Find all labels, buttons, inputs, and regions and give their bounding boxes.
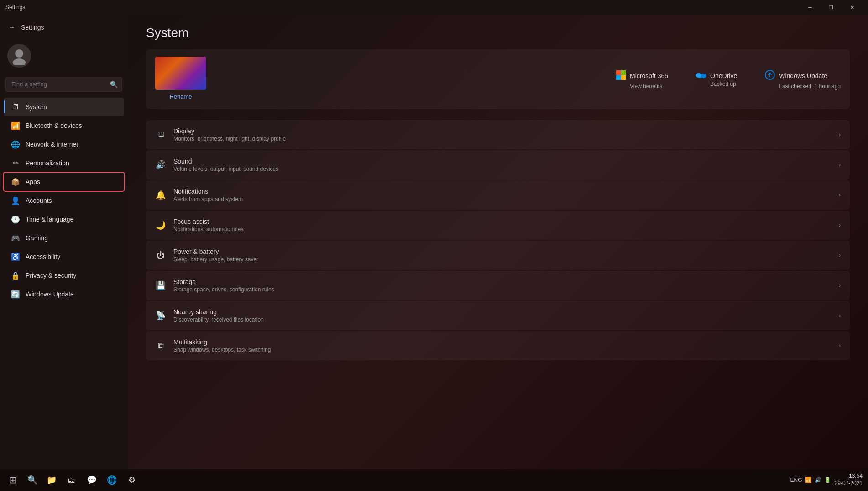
user-profile [0,38,128,73]
chevron-icon-multitasking: › [839,343,841,349]
sidebar-label-system: System [26,103,47,111]
settings-title-sound: Sound [173,158,831,165]
sidebar-item-time[interactable]: 🕐 Time & language [4,210,124,228]
settings-item-nearby[interactable]: 📡 Nearby sharing Discoverability, receiv… [146,301,850,330]
sidebar-item-accessibility[interactable]: ♿ Accessibility [4,248,124,266]
chevron-icon-nearby: › [839,312,841,319]
taskbar-widgets-icon[interactable]: 🗂 [63,471,81,489]
sidebar-item-system[interactable]: 🖥 System [4,98,124,116]
sidebar-item-privacy[interactable]: 🔒 Privacy & security [4,266,124,285]
sidebar-icon-gaming: 🎮 [11,233,20,243]
sidebar-item-accounts[interactable]: 👤 Accounts [4,191,124,210]
page-title: System [146,26,850,40]
settings-icon-sound: 🔊 [155,159,166,170]
info-item-header-onedrive: OneDrive [695,72,737,80]
onedrive-icon [695,72,706,80]
settings-sub-storage: Storage space, drives, configuration rul… [173,286,831,293]
settings-icon-nearby: 📡 [155,310,166,321]
back-button[interactable]: ← [7,22,17,33]
system-info-items: Microsoft 365 View benefits OneDrive Bac… [615,69,841,90]
settings-sub-multitasking: Snap windows, desktops, task switching [173,347,831,353]
settings-title-focus: Focus assist [173,218,831,225]
settings-title-power: Power & battery [173,248,831,255]
clock-date: 29-07-2021 [835,480,863,487]
battery-icon: 🔋 [824,477,831,483]
info-item-sub-winupdate: Last checked: 1 hour ago [779,83,841,90]
settings-title-notifications: Notifications [173,188,831,195]
sidebar-label-bluetooth: Bluetooth & devices [26,122,82,129]
settings-item-multitasking[interactable]: ⧉ Multitasking Snap windows, desktops, t… [146,331,850,360]
info-item-sub-onedrive: Backed up [710,81,737,87]
settings-icon-display: 🖥 [155,129,166,140]
chevron-icon-power: › [839,252,841,259]
taskbar: ⊞ 🔍 📁 🗂 💬 🌐 ⚙ ENG 📶 🔊 🔋 13:54 29-07-2021 [0,469,868,491]
sidebar-icon-update: 🔄 [11,290,20,299]
info-item-header-ms365: Microsoft 365 [615,69,668,82]
titlebar-title: Settings [5,4,800,11]
sidebar-icon-apps: 📦 [11,177,20,186]
sidebar-icon-accessibility: ♿ [11,252,20,261]
sidebar-icon-network: 🌐 [11,140,20,149]
settings-item-sound[interactable]: 🔊 Sound Volume levels, output, input, so… [146,150,850,180]
chevron-icon-notifications: › [839,192,841,198]
settings-title-display: Display [173,127,831,135]
settings-item-focus[interactable]: 🌙 Focus assist Notifications, automatic … [146,211,850,240]
system-card: Rename Microsoft 365 View benefits OneDr… [146,49,850,109]
settings-icon-power: ⏻ [155,250,166,261]
settings-title-storage: Storage [173,278,831,285]
taskbar-right: ENG 📶 🔊 🔋 13:54 29-07-2021 [790,473,863,487]
rename-button[interactable]: Rename [155,91,206,102]
settings-item-display[interactable]: 🖥 Display Monitors, brightness, night li… [146,120,850,149]
taskbar-search-button[interactable]: 🔍 [24,472,41,488]
taskbar-file-explorer-icon[interactable]: 📁 [42,471,61,489]
sidebar-item-update[interactable]: 🔄 Windows Update [4,285,124,303]
sidebar-item-gaming[interactable]: 🎮 Gaming [4,229,124,247]
svg-rect-2 [616,70,621,75]
settings-text-display: Display Monitors, brightness, night ligh… [173,127,831,142]
sidebar-item-bluetooth[interactable]: 📶 Bluetooth & devices [4,116,124,135]
sidebar-item-personalization[interactable]: ✏ Personalization [4,154,124,172]
winupdate-icon [764,69,775,82]
sidebar-label-personalization: Personalization [26,159,69,167]
close-button[interactable]: ✕ [842,0,863,15]
chevron-icon-sound: › [839,162,841,168]
info-item-winupdate: Windows Update Last checked: 1 hour ago [764,69,841,90]
sidebar-icon-personalization: ✏ [11,158,20,168]
taskbar-settings-icon[interactable]: ⚙ [123,471,141,489]
settings-title-multitasking: Multitasking [173,338,831,346]
settings-item-storage[interactable]: 💾 Storage Storage space, drives, configu… [146,271,850,300]
chevron-icon-focus: › [839,222,841,228]
info-item-title-winupdate: Windows Update [779,72,827,79]
wifi-icon: 📶 [805,477,812,483]
svg-rect-5 [621,75,626,80]
start-button[interactable]: ⊞ [5,473,21,487]
restore-button[interactable]: ❐ [821,0,842,15]
taskbar-edge-icon[interactable]: 🌐 [103,471,121,489]
minimize-button[interactable]: ─ [800,0,821,15]
settings-item-power[interactable]: ⏻ Power & battery Sleep, battery usage, … [146,241,850,270]
titlebar-controls: ─ ❐ ✕ [800,0,863,15]
sidebar-header: ← Settings [0,18,128,38]
sidebar-item-apps[interactable]: 📦 Apps [4,173,124,191]
sidebar-label-update: Windows Update [26,290,74,298]
sidebar-icon-accounts: 👤 [11,196,20,205]
settings-text-nearby: Nearby sharing Discoverability, received… [173,308,831,323]
sidebar-label-accounts: Accounts [26,197,52,204]
taskbar-pinned-icons: 📁 🗂 💬 🌐 ⚙ [42,471,141,489]
settings-icon-storage: 💾 [155,280,166,291]
system-tray: ENG 📶 🔊 🔋 [790,477,831,483]
language-indicator: ENG [790,477,802,483]
avatar [7,44,31,68]
main-content: System Rename Microsoft 365 View benefit… [128,15,868,476]
svg-rect-3 [621,70,626,75]
taskbar-teams-icon[interactable]: 💬 [83,471,101,489]
settings-window: ← Settings 🔍 🖥 System 📶 Bluetooth & devi… [0,15,868,476]
settings-sub-focus: Notifications, automatic rules [173,226,831,232]
sidebar-label-apps: Apps [26,178,40,185]
settings-text-notifications: Notifications Alerts from apps and syste… [173,188,831,202]
settings-sub-notifications: Alerts from apps and system [173,196,831,202]
info-item-ms365: Microsoft 365 View benefits [615,69,668,90]
sidebar-item-network[interactable]: 🌐 Network & internet [4,135,124,153]
search-input[interactable] [5,77,122,92]
settings-item-notifications[interactable]: 🔔 Notifications Alerts from apps and sys… [146,180,850,210]
